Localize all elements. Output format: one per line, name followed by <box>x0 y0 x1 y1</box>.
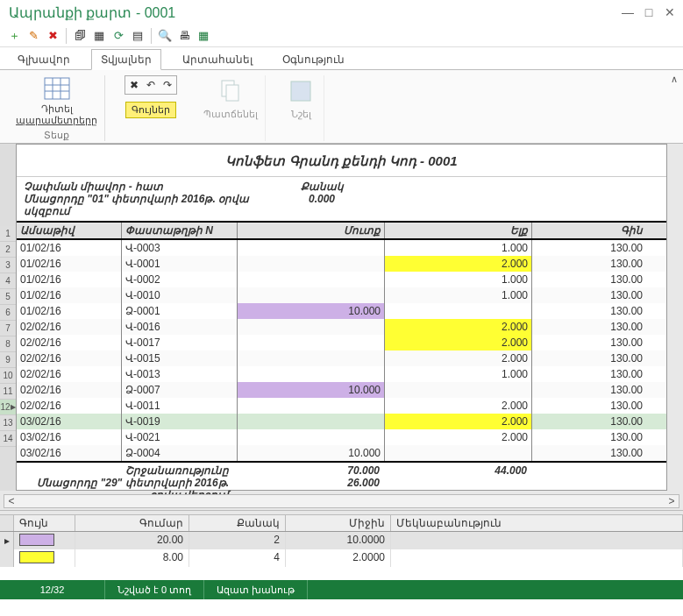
row-number[interactable]: 1 <box>0 226 16 242</box>
cell-avg: 2.0000 <box>286 549 391 567</box>
cell-avg: 10.0000 <box>286 532 391 549</box>
row-number[interactable]: 9 <box>0 352 16 368</box>
row-number[interactable]: 6 <box>0 305 16 321</box>
group-label-type: Տեսք <box>44 130 69 141</box>
ribbon-group-mark: Նշել <box>278 75 324 141</box>
status-marked: Նշված է 0 տող <box>105 580 204 599</box>
ribbon-group-colors: ✖ ↶ ↷ Գույներ <box>117 75 184 141</box>
status-bar: 12/32 Նշված է 0 տող Ազատ խանութ <box>0 580 683 599</box>
ribbon-group-copy: Պատճենել <box>196 75 266 141</box>
table-row[interactable]: 02/02/16Ձ-000710.000130.00 <box>17 382 666 398</box>
table-row[interactable]: 02/02/16Վ-00112.000130.00 <box>17 398 666 414</box>
table-row[interactable]: 03/02/16Վ-00212.000130.00 <box>17 429 666 445</box>
grid-icon[interactable]: ▦ <box>90 27 108 45</box>
delete-icon[interactable]: ✖ <box>44 27 61 45</box>
col-color[interactable]: Գույն <box>14 515 75 531</box>
add-icon[interactable]: ＋ <box>5 27 23 45</box>
cell-qty: 4 <box>189 549 286 567</box>
maximize-button[interactable]: □ <box>641 4 657 20</box>
table-row[interactable]: 01/02/16Ձ-000110.000130.00 <box>17 303 666 319</box>
table-body[interactable]: 01/02/16Վ-00031.000130.0001/02/16Վ-00012… <box>17 240 666 461</box>
data-sheet: Կոնֆետ Գրանդ քենդի Կոդ - 0001 Չափման միա… <box>16 144 667 491</box>
list-icon[interactable]: ▤ <box>129 27 146 45</box>
table-row[interactable]: 02/02/16Վ-00152.000130.00 <box>17 350 666 366</box>
colors-button[interactable]: Գույներ <box>125 102 176 118</box>
horizontal-scrollbar[interactable]: < > <box>4 494 679 508</box>
table-header: Ամսաթիվ Փաստաթղթի N Մուտք Ելք Գին <box>17 221 666 240</box>
col-in[interactable]: Մուտք <box>238 223 385 238</box>
row-number[interactable]: 13 <box>0 415 16 431</box>
row-number[interactable]: 14 <box>0 431 16 447</box>
row-number[interactable]: 4 <box>0 273 16 289</box>
row-number[interactable]: 12 ▶ <box>0 400 16 415</box>
row-handle-icon[interactable]: ▸ <box>0 532 14 549</box>
tab-export[interactable]: Արտահանել <box>174 50 261 69</box>
minimize-button[interactable]: — <box>620 4 636 20</box>
row-number[interactable]: 3 <box>0 258 16 273</box>
turnover-in: 70.000 <box>238 464 385 477</box>
view-icon[interactable]: 🗐 <box>71 27 89 45</box>
refresh-icon[interactable]: ⟳ <box>110 27 127 45</box>
main-area: 123456789101112 ▶1314 Կոնֆետ Գրանդ քենդի… <box>0 144 683 510</box>
row-handle-icon[interactable] <box>0 549 14 567</box>
color-row[interactable]: 8.0042.0000 <box>0 549 683 567</box>
table-row[interactable]: 01/02/16Վ-00101.000130.00 <box>17 287 666 303</box>
mark-button[interactable] <box>285 75 317 107</box>
turnover-label: Շրջանառությունը <box>17 464 238 477</box>
qty-label: Քանակ <box>252 181 392 193</box>
table-row[interactable]: 02/02/16Վ-00172.000130.00 <box>17 335 666 350</box>
row-gutter: 123456789101112 ▶1314 <box>0 144 16 491</box>
redo-icon[interactable]: ↷ <box>160 77 175 93</box>
undo-icon[interactable]: ↶ <box>143 77 159 93</box>
scroll-right-icon[interactable]: > <box>665 495 679 507</box>
scroll-left-icon[interactable]: < <box>4 495 18 507</box>
tab-data[interactable]: Տվյալներ <box>91 49 161 70</box>
color-swatch <box>19 534 54 546</box>
table-row[interactable]: 03/02/16Վ-00192.000130.00 <box>17 414 666 429</box>
tab-main[interactable]: Գլխավոր <box>9 50 79 69</box>
find-icon[interactable]: 🔍 <box>156 27 174 45</box>
cell-sum: 20.00 <box>75 532 189 549</box>
copy-label: Պատճենել <box>203 109 258 120</box>
ribbon-collapse-icon[interactable]: ∧ <box>671 74 678 85</box>
cell-sum: 8.00 <box>75 549 189 567</box>
quick-toolbar: ＋ ✎ ✖ 🗐 ▦ ⟳ ▤ 🔍 🖶 ▦ <box>0 25 683 47</box>
table-row[interactable]: 01/02/16Վ-00021.000130.00 <box>17 272 666 287</box>
color-row[interactable]: ▸20.00210.0000 <box>0 532 683 549</box>
col-note[interactable]: Մեկնաբանություն <box>391 515 683 531</box>
col-avg[interactable]: Միջին <box>286 515 391 531</box>
col-doc[interactable]: Փաստաթղթի N <box>122 223 238 238</box>
color-clear-icon[interactable]: ✖ <box>126 77 142 93</box>
table-row[interactable]: 02/02/16Վ-00162.000130.00 <box>17 319 666 335</box>
col-sum[interactable]: Գումար <box>75 515 189 531</box>
row-number[interactable]: 5 <box>0 289 16 305</box>
copy-button[interactable] <box>215 75 246 107</box>
print-icon[interactable]: 🖶 <box>175 27 193 45</box>
row-number[interactable]: 10 <box>0 368 16 384</box>
cell-note <box>391 532 683 549</box>
window-title: Ապրանքի քարտ - 0001 <box>5 4 620 21</box>
edit-icon[interactable]: ✎ <box>25 27 42 45</box>
sheet-title: Կոնֆետ Գրանդ քենդի Կոդ - 0001 <box>17 145 666 177</box>
row-number[interactable]: 11 <box>0 384 16 400</box>
row-number[interactable]: 8 <box>0 336 16 352</box>
tab-help[interactable]: Օգնություն <box>274 50 353 69</box>
unit-label: Չափման միավոր - հատ <box>24 181 252 193</box>
col-out[interactable]: Ելք <box>385 223 532 238</box>
table-row[interactable]: 01/02/16Վ-00031.000130.00 <box>17 240 666 256</box>
view-params-button[interactable] <box>41 75 73 102</box>
ribbon: Դիտելպարամետրերը Տեսք ✖ ↶ ↷ Գույներ Պատճ… <box>0 70 683 144</box>
close-button[interactable]: ✕ <box>662 4 678 20</box>
balance-start-label: Մնացորդը "01" փետրվարի 2016թ. օրվա սկզբո… <box>24 193 252 217</box>
col-price[interactable]: Գին <box>532 223 646 238</box>
row-number[interactable]: 2 <box>0 242 16 258</box>
table-row[interactable]: 02/02/16Վ-00131.000130.00 <box>17 366 666 382</box>
row-number[interactable]: 7 <box>0 321 16 336</box>
status-free: Ազատ խանութ <box>204 580 308 599</box>
table-row[interactable]: 03/02/16Ձ-000410.000130.00 <box>17 445 666 461</box>
export-excel-icon[interactable]: ▦ <box>195 27 212 45</box>
svg-rect-0 <box>45 78 69 99</box>
table-row[interactable]: 01/02/16Վ-00012.000130.00 <box>17 256 666 272</box>
col-date[interactable]: Ամսաթիվ <box>17 223 122 238</box>
col-qty[interactable]: Քանակ <box>189 515 286 531</box>
